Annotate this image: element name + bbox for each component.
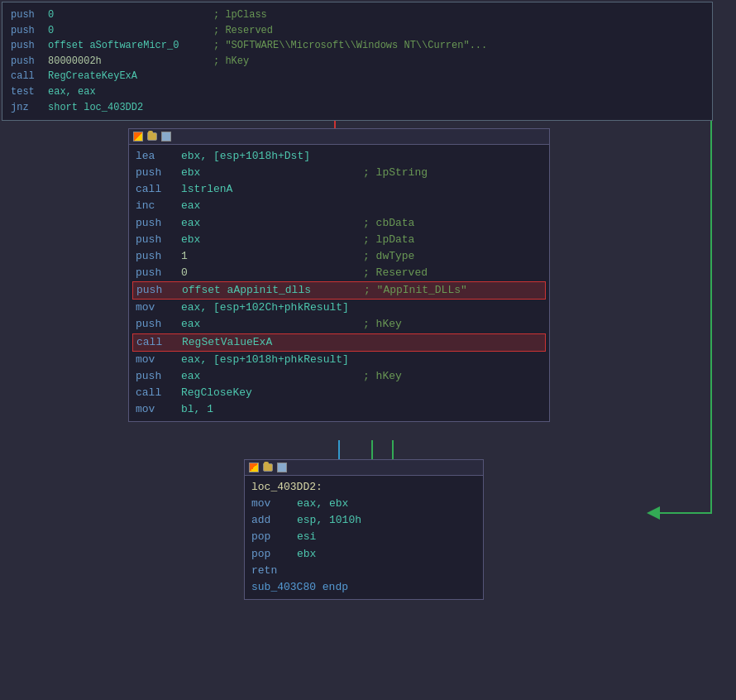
line-test-eax: test eax, eax — [11, 84, 704, 100]
folder-icon — [146, 131, 158, 142]
bot-block-content: loc_403DD2: mov eax, ebx add esp, 1010h … — [245, 476, 483, 599]
line-pop-ebx: pop ebx — [251, 546, 476, 563]
line-pop-esi: pop esi — [251, 529, 476, 545]
line-push-0-reserved: push 0 ; Reserved — [136, 265, 542, 281]
line-push-appinit-highlighted: push offset aAppinit_dlls ; "AppInit_DLL… — [132, 281, 546, 300]
main-canvas: push 0 ; lpClass push 0 ; Reserved push … — [0, 0, 736, 700]
line-push-eax-hkey: push eax ; hKey — [136, 316, 542, 333]
line-mov-bl-1: mov bl, 1 — [136, 401, 542, 418]
line-add-esp: add esp, 1010h — [251, 512, 476, 529]
line-call-regsetvalue-highlighted: call RegSetValueExA — [132, 333, 546, 352]
color-icon — [132, 131, 144, 142]
line-push-hkey: push 80000002h ; hKey — [11, 54, 704, 70]
line-push-software: push offset aSoftwareMicr_0 ; "SOFTWARE\… — [11, 38, 704, 54]
line-push-ebx-lpdata: push ebx ; lpData — [136, 232, 542, 248]
line-push-eax-hkey2: push eax ; hKey — [136, 368, 542, 385]
line-call-regcreate: call RegCreateKeyExA — [11, 69, 704, 84]
folder-icon-bot — [262, 462, 274, 473]
line-push-reserved: push 0 ; Reserved — [11, 23, 704, 39]
line-push-1-dwtype: push 1 ; dwType — [136, 248, 542, 265]
line-push-eax-cbdata: push eax ; cbData — [136, 215, 542, 232]
mid-block-titlebar — [129, 129, 549, 145]
line-sub-endp: sub_403C80 endp — [251, 579, 476, 596]
line-inc-eax: inc eax — [136, 198, 542, 214]
line-mov-eax-phkresult: mov eax, [esp+102Ch+phkResult] — [136, 300, 542, 316]
line-lea: lea ebx, [esp+1018h+Dst] — [136, 148, 542, 165]
line-loc-label: loc_403DD2: — [251, 479, 476, 496]
line-retn: retn — [251, 563, 476, 579]
top-block: push 0 ; lpClass push 0 ; Reserved push … — [2, 2, 713, 121]
bot-block: loc_403DD2: mov eax, ebx add esp, 1010h … — [244, 459, 484, 600]
line-jnz: jnz short loc_403DD2 — [11, 100, 704, 116]
line-call-lstrlena: call lstrlenA — [136, 181, 542, 198]
list-icon — [160, 131, 172, 142]
mid-block-content: lea ebx, [esp+1018h+Dst] push ebx ; lpSt… — [129, 145, 549, 421]
list-icon-bot — [276, 462, 288, 473]
bot-block-titlebar — [245, 460, 483, 476]
line-push-ebx-lpstring: push ebx ; lpString — [136, 165, 542, 181]
color-icon-bot — [248, 462, 260, 473]
mid-block: lea ebx, [esp+1018h+Dst] push ebx ; lpSt… — [128, 128, 550, 422]
line-mov-eax-ebx: mov eax, ebx — [251, 496, 476, 512]
line-mov-eax-phkresult2: mov eax, [esp+1018h+phkResult] — [136, 352, 542, 368]
line-push-lpclass: push 0 ; lpClass — [11, 7, 704, 23]
line-call-regclosekey: call RegCloseKey — [136, 385, 542, 401]
